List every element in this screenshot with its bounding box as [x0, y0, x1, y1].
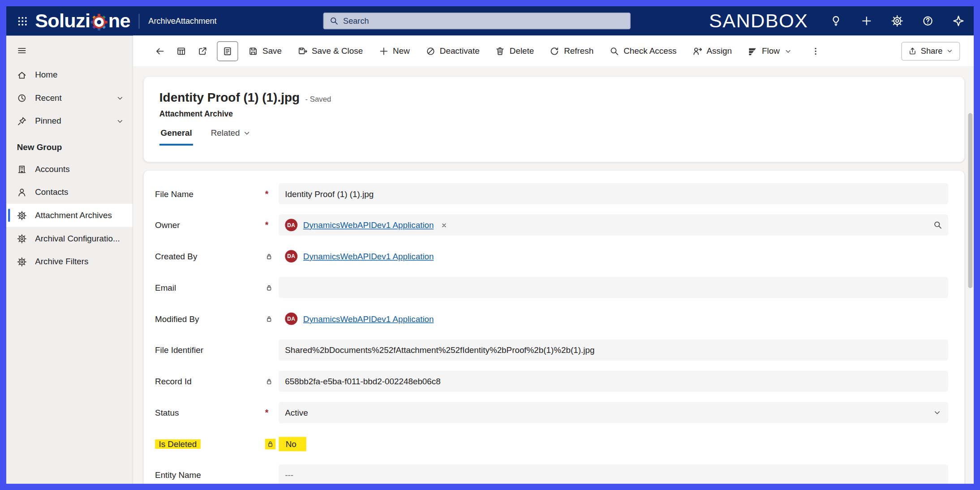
vertical-scrollbar[interactable] — [967, 69, 972, 482]
share-button[interactable]: Share — [902, 42, 960, 60]
field-label-text: Email — [155, 283, 176, 292]
tab-general[interactable]: General — [159, 126, 193, 146]
back-button[interactable] — [150, 41, 171, 61]
field-label: Entity Name — [155, 470, 265, 480]
sidebar-item-label: Home — [35, 70, 126, 79]
tab-related[interactable]: Related — [210, 126, 252, 146]
new-button[interactable]: New — [373, 41, 415, 61]
app-window: Soluzi ne — [0, 0, 980, 490]
field-row-record-id: Record Id658bb2fa-e5ba-f011-bbd2-002248e… — [155, 365, 948, 397]
field-value-text: 658bb2fa-e5ba-f011-bbd2-002248eb06c8 — [285, 377, 440, 386]
pin-icon — [17, 116, 27, 126]
lookup-link[interactable]: DynamicsWebAPIDev1 Application — [303, 314, 434, 323]
sidebar-item-home[interactable]: Home — [6, 63, 133, 86]
form-switcher-button[interactable] — [217, 41, 238, 61]
form-doc-icon — [223, 46, 232, 56]
settings-gear-icon[interactable] — [890, 14, 904, 28]
required-asterisk: * — [265, 189, 269, 198]
sidebar-item-label: Attachment Archives — [35, 211, 126, 220]
field-value[interactable]: Shared%2bDocuments%252fAttachment%252fId… — [279, 340, 948, 361]
field-label: File Identifier — [155, 345, 265, 355]
field-value[interactable]: 658bb2fa-e5ba-f011-bbd2-002248eb06c8 — [279, 370, 948, 391]
sidebar-item-accounts[interactable]: Accounts — [6, 158, 133, 181]
save-close-button[interactable]: Save & Close — [292, 41, 368, 61]
chevron-down-icon — [116, 94, 124, 102]
lookup-link[interactable]: DynamicsWebAPIDev1 Application — [303, 220, 434, 230]
check-access-button[interactable]: Check Access — [604, 41, 683, 61]
lightbulb-icon[interactable] — [829, 14, 842, 28]
field-value-text: Active — [285, 408, 308, 417]
chevron-down-icon — [243, 129, 251, 137]
help-icon[interactable] — [920, 14, 934, 28]
field-value[interactable]: DADynamicsWebAPIDev1 Application — [279, 245, 948, 266]
flow-button[interactable]: Flow — [742, 41, 797, 61]
trash-icon — [495, 46, 505, 56]
sidebar-item-recent[interactable]: Recent — [6, 86, 133, 110]
field-marker — [265, 377, 279, 385]
delete-button[interactable]: Delete — [490, 41, 540, 61]
field-label-text: Entity Name — [155, 470, 201, 480]
field-value[interactable]: DADynamicsWebAPIDev1 Application — [279, 308, 948, 329]
arrow-left-icon — [155, 46, 165, 56]
sidebar-item-label: Archive Filters — [35, 257, 126, 266]
plus-icon — [378, 46, 388, 56]
field-label-text: File Name — [155, 189, 193, 198]
field-label-text: Is Deleted — [155, 439, 201, 448]
chevron-down-icon[interactable] — [933, 408, 941, 417]
magnifier-icon — [609, 46, 619, 56]
popout-button[interactable] — [192, 41, 213, 61]
assign-button[interactable]: Assign — [687, 41, 738, 61]
sidebar-item-attachment-archives[interactable]: Attachment Archives — [6, 204, 133, 227]
entity-icon — [17, 211, 27, 220]
add-icon[interactable] — [860, 14, 873, 28]
logo-text-suffix: ne — [108, 11, 130, 30]
sidebar-item-pinned[interactable]: Pinned — [6, 109, 133, 133]
field-value[interactable]: --- — [279, 464, 948, 484]
field-row-email: Email — [155, 272, 948, 303]
table-view-button[interactable] — [171, 41, 192, 61]
avatar: DA — [285, 219, 297, 231]
sidebar-item-archival-configuratio[interactable]: Archival Configuratio... — [6, 227, 133, 250]
chevron-down-icon — [946, 47, 953, 54]
field-value[interactable]: Active — [279, 402, 948, 423]
lookup-search-icon[interactable] — [933, 220, 942, 230]
lookup-link[interactable]: DynamicsWebAPIDev1 Application — [303, 252, 434, 261]
refresh-button[interactable]: Refresh — [544, 41, 599, 61]
field-value[interactable]: No — [279, 433, 948, 454]
form-tabs: GeneralRelated — [159, 126, 950, 146]
copilot-icon[interactable] — [951, 14, 965, 28]
sitemap-sidebar: HomeRecentPinned New Group AccountsConta… — [6, 36, 133, 484]
field-label-text: Modified By — [155, 314, 199, 323]
sidebar-item-contacts[interactable]: Contacts — [6, 181, 133, 204]
field-label: Email — [155, 283, 265, 292]
field-value[interactable]: Identity Proof (1) (1).jpg — [279, 183, 948, 204]
sidebar-item-label: Pinned — [35, 116, 116, 126]
field-label-text: File Identifier — [155, 345, 203, 355]
app-launcher-waffle-icon[interactable] — [13, 11, 33, 31]
field-value[interactable] — [279, 277, 948, 298]
field-marker — [265, 252, 279, 260]
command-label: New — [393, 46, 410, 56]
global-search-input[interactable]: Search — [323, 13, 631, 30]
sidebar-item-archive-filters[interactable]: Archive Filters — [6, 250, 133, 273]
field-label: Is Deleted — [155, 439, 265, 448]
field-value-text: --- — [285, 470, 293, 480]
field-value[interactable]: DADynamicsWebAPIDev1 Application — [279, 215, 948, 236]
flow-icon — [748, 46, 757, 56]
save-button[interactable]: Save — [242, 41, 287, 61]
command-label: Refresh — [564, 46, 593, 56]
field-label-text: Status — [155, 408, 179, 417]
command-label: Flow — [762, 46, 780, 56]
sitemap-collapse-icon[interactable] — [6, 38, 133, 63]
scrollbar-thumb[interactable] — [968, 113, 972, 288]
divider — [139, 13, 139, 28]
lock-icon — [265, 438, 276, 449]
field-label: Owner — [155, 220, 265, 230]
field-marker: * — [265, 189, 279, 198]
remove-value-icon[interactable] — [441, 222, 447, 228]
field-row-status: Status*Active — [155, 397, 948, 428]
more-commands-button[interactable] — [806, 41, 825, 61]
deactivate-button[interactable]: Deactivate — [420, 41, 485, 61]
chevron-down-icon — [784, 47, 792, 55]
field-row-owner: Owner*DADynamicsWebAPIDev1 Application — [155, 209, 948, 241]
